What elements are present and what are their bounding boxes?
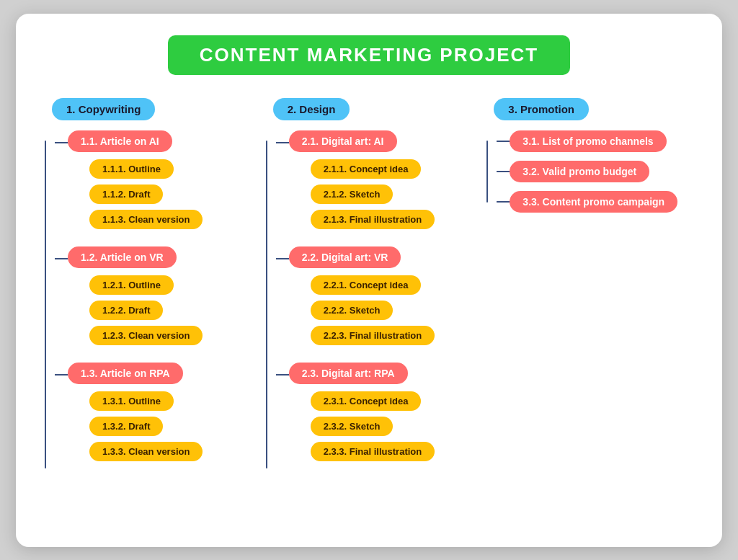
promo-label-2: 3.2. Valid promo budget: [510, 161, 649, 182]
subgroup-2-3: 2.3. Digital art: RPA2.3.1. Concept idea…: [276, 363, 435, 467]
promo-item-3: 3.3. Content promo campaign: [497, 191, 677, 213]
column-1: 1. Copywriting1.1. Article on AI1.1.1. O…: [37, 98, 259, 479]
section-header-2: 2. Design: [273, 98, 350, 120]
column-3: 3. Promotion3.1. List of promo channels3…: [479, 98, 701, 213]
leaf-1-3-2: 1.3.2. Draft: [89, 417, 163, 436]
subgroup-1-3: 1.3. Article on RPA1.3.1. Outline1.3.2. …: [55, 363, 203, 467]
leaf-2-3-1: 2.3.1. Concept idea: [311, 391, 422, 411]
promo-label-1: 3.1. List of promo channels: [510, 130, 666, 152]
leaf-2-3-2: 2.3.2. Sketch: [311, 417, 394, 436]
subgroup-2-1: 2.1. Digital art: AI2.1.1. Concept idea2…: [276, 130, 435, 235]
leaf-1-2-1: 1.2.1. Outline: [89, 275, 174, 295]
leaf-1-1-1: 1.1.1. Outline: [89, 159, 174, 179]
tree-col-2: 2.1. Digital art: AI2.1.1. Concept idea2…: [266, 130, 480, 479]
tree-col-1: 1.1. Article on AI1.1.1. Outline1.1.2. D…: [45, 130, 259, 479]
leaf-1-1-3: 1.1.3. Clean version: [89, 210, 203, 229]
leaf-2-2-3: 2.2.3. Final illustration: [311, 326, 435, 345]
promo-label-3: 3.3. Content promo campaign: [510, 191, 677, 213]
section-header-1: 1. Copywriting: [52, 98, 155, 120]
columns-container: 1. Copywriting1.1. Article on AI1.1.1. O…: [37, 98, 701, 479]
leaf-1-2-2: 1.2.2. Draft: [89, 301, 163, 320]
leaf-2-1-3: 2.1.3. Final illustration: [311, 210, 435, 229]
promo-item-2: 3.2. Valid promo budget: [497, 161, 649, 182]
leaf-2-2-2: 2.2.2. Sketch: [311, 301, 394, 320]
leaf-2-1-1: 2.1.1. Concept idea: [311, 159, 422, 179]
leaf-2-2-1: 2.2.1. Concept idea: [311, 275, 422, 295]
main-title: CONTENT MARKETING PROJECT: [168, 35, 570, 75]
leaf-1-2-3: 1.2.3. Clean version: [89, 326, 203, 345]
leaf-1-1-2: 1.1.2. Draft: [89, 185, 163, 204]
subgroup-2-2: 2.2. Digital art: VR2.2.1. Concept idea2…: [276, 246, 435, 351]
sub-header-1-3: 1.3. Article on RPA: [68, 363, 183, 384]
column-2: 2. Design2.1. Digital art: AI2.1.1. Conc…: [259, 98, 480, 479]
promo-wrap: 3.1. List of promo channels3.2. Valid pr…: [486, 130, 677, 213]
section-header-3: 3. Promotion: [494, 98, 589, 120]
promo-item-1: 3.1. List of promo channels: [497, 130, 666, 152]
title-wrap: CONTENT MARKETING PROJECT: [37, 35, 701, 75]
sub-header-2-1: 2.1. Digital art: AI: [289, 130, 397, 152]
leaf-2-1-2: 2.1.2. Sketch: [311, 185, 394, 204]
main-card: CONTENT MARKETING PROJECT 1. Copywriting…: [16, 14, 722, 547]
sub-header-1-1: 1.1. Article on AI: [68, 130, 172, 152]
leaf-1-3-1: 1.3.1. Outline: [89, 391, 174, 411]
sub-header-2-3: 2.3. Digital art: RPA: [289, 363, 408, 384]
sub-header-1-2: 1.2. Article on VR: [68, 246, 177, 268]
leaf-1-3-3: 1.3.3. Clean version: [89, 442, 203, 461]
subgroup-1-1: 1.1. Article on AI1.1.1. Outline1.1.2. D…: [55, 130, 203, 235]
subgroup-1-2: 1.2. Article on VR1.2.1. Outline1.2.2. D…: [55, 246, 203, 351]
leaf-2-3-3: 2.3.3. Final illustration: [311, 442, 435, 461]
sub-header-2-2: 2.2. Digital art: VR: [289, 246, 401, 268]
